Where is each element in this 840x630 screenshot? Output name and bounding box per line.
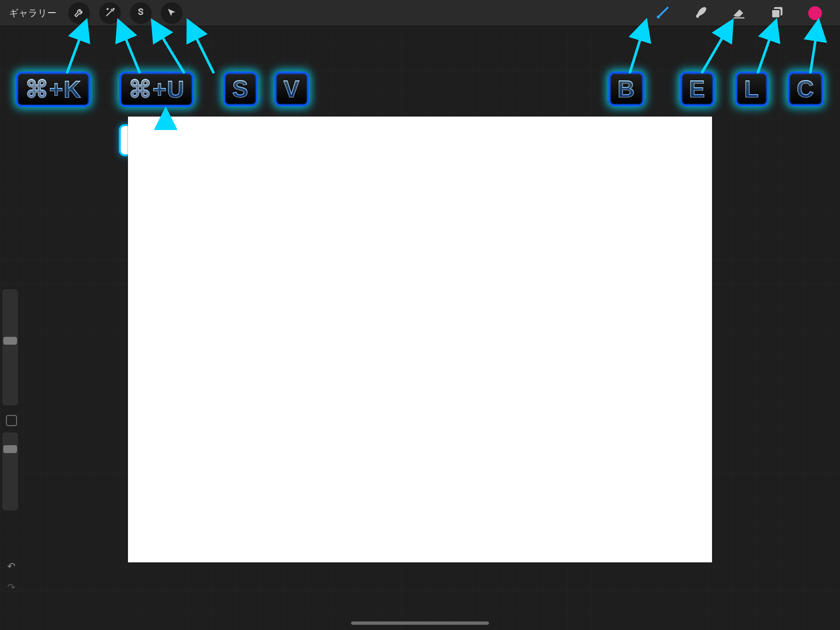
shortcut-layers: L [735,71,769,106]
selection-button[interactable] [130,2,152,24]
svg-rect-2 [772,9,780,18]
undo-icon: ↶ [7,560,16,572]
shortcut-select: S [223,71,258,106]
actions-button[interactable] [68,2,90,24]
color-button[interactable] [805,3,825,23]
wrench-icon [74,7,85,19]
undo-button[interactable]: ↶ [5,559,18,573]
brush-icon [655,5,670,21]
color-swatch-icon [808,6,822,20]
shortcut-transform: V [274,71,309,106]
stage: ギャラリー [0,0,840,630]
adjustments-button[interactable] [99,2,121,24]
brush-size-slider-track[interactable] [2,289,18,406]
transform-button[interactable] [161,2,182,24]
layers-icon [770,5,784,21]
selection-s-icon [135,7,146,19]
brush-button[interactable] [653,3,673,23]
shortcut-brush: B [608,71,644,106]
home-indicator [351,622,489,625]
layers-button[interactable] [767,3,787,23]
opacity-slider-thumb[interactable] [3,445,17,453]
top-toolbar: ギャラリー [0,0,840,26]
smudge-button[interactable] [691,3,711,23]
redo-icon: ↷ [7,581,16,593]
cursor-arrow-icon [166,7,177,19]
shortcut-color: C [788,71,824,106]
svg-point-0 [657,16,660,18]
opacity-slider-track[interactable] [2,432,18,511]
eraser-icon [732,5,746,21]
canvas-area[interactable] [128,117,712,562]
brush-size-slider-thumb[interactable] [3,337,17,345]
wand-icon [104,7,115,19]
modify-button[interactable] [6,415,17,426]
shortcut-adjust: ⌘+U [119,71,194,107]
eraser-button[interactable] [729,3,749,23]
gallery-button[interactable]: ギャラリー [6,5,60,21]
redo-button[interactable]: ↷ [5,581,18,594]
shortcut-eraser: E [680,71,715,106]
shortcut-actions: ⌘+K [16,71,90,107]
smudge-icon [694,5,708,21]
